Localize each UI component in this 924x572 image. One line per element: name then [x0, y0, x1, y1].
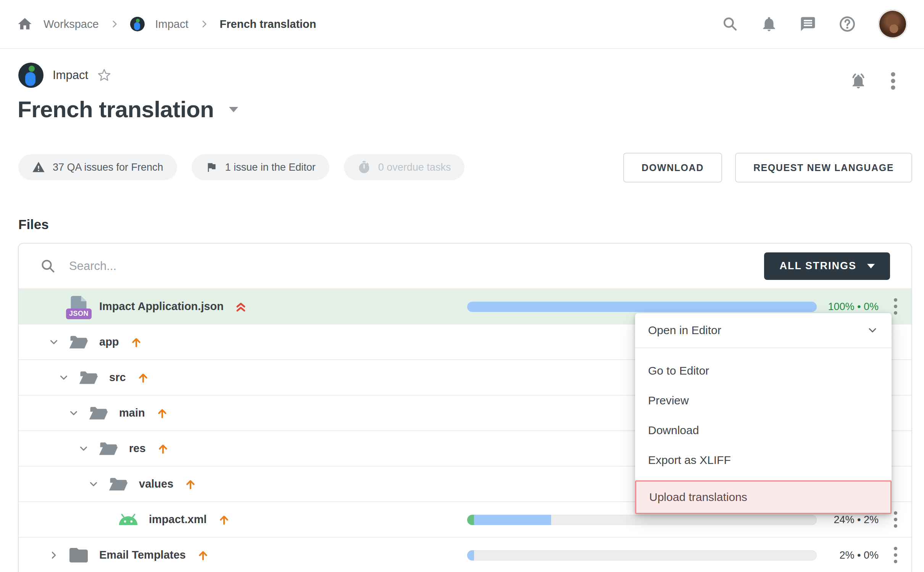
chevron-right-separator-icon: [110, 19, 119, 29]
warning-icon: [32, 161, 45, 174]
priority-high-icon: [218, 513, 231, 526]
status-chips: 37 QA issues for French 1 issue in the E…: [18, 154, 464, 180]
flag-icon: [205, 161, 218, 173]
chevron-down-icon: [866, 324, 879, 336]
menu-item-highlighted[interactable]: Upload translations: [635, 480, 892, 514]
strings-filter-button[interactable]: ALL STRINGS: [764, 252, 890, 280]
file-name: Email Templates: [99, 549, 186, 561]
chevron-down-icon[interactable]: [58, 372, 69, 383]
chevron-down-icon[interactable]: [78, 443, 89, 454]
breadcrumb-current: French translation: [220, 18, 316, 31]
request-new-language-button[interactable]: REQUEST NEW LANGUAGE: [735, 153, 912, 183]
page-title-row: French translation: [18, 96, 238, 123]
progress-stats: 2% • 0%: [791, 538, 879, 572]
chip-editor-issues[interactable]: 1 issue in the Editor: [192, 154, 329, 180]
chevron-down-icon: [867, 264, 875, 268]
page-title: French translation: [18, 96, 214, 123]
help-icon[interactable]: [839, 15, 856, 33]
stopwatch-icon: [358, 161, 371, 174]
chip-overdue-tasks: 0 overdue tasks: [344, 154, 465, 180]
progress-bar: [467, 515, 817, 525]
chip-qa-issues[interactable]: 37 QA issues for French: [18, 154, 177, 180]
chip-label: 37 QA issues for French: [53, 162, 163, 173]
expander-slot: [53, 372, 75, 383]
menu-item[interactable]: Export as XLIFF: [635, 445, 892, 475]
search-input[interactable]: [68, 259, 752, 273]
folder-closed-icon: [68, 548, 89, 563]
subscribe-bell-icon[interactable]: [849, 72, 868, 90]
star-icon[interactable]: [97, 68, 111, 82]
topbar: Workspace Impact French translation: [0, 0, 924, 49]
menu-item[interactable]: Go to Editor: [635, 356, 892, 386]
expander-slot: [43, 336, 65, 348]
project-name: Impact: [53, 68, 88, 82]
chevron-right-icon[interactable]: [48, 549, 60, 561]
context-menu-header[interactable]: Open in Editor: [635, 313, 892, 348]
user-avatar[interactable]: [878, 10, 907, 39]
android-file-icon: [118, 513, 139, 527]
files-heading: Files: [18, 217, 49, 232]
priority-high-icon: [156, 442, 169, 455]
project-avatar[interactable]: [18, 63, 44, 88]
progress-bar: [467, 302, 817, 312]
chip-label: 1 issue in the Editor: [225, 162, 316, 173]
progress-bar: [467, 550, 817, 561]
home-icon[interactable]: [17, 16, 33, 32]
search-icon: [40, 258, 56, 274]
folder-open-icon: [78, 369, 99, 386]
file-name: src: [109, 371, 126, 384]
expander-slot: [73, 443, 95, 454]
page: Workspace Impact French translation: [0, 0, 924, 572]
file-name: Impact Application.json: [99, 300, 224, 313]
chevron-down-icon[interactable]: [48, 336, 60, 348]
strings-filter-label: ALL STRINGS: [779, 260, 856, 272]
chevron-down-icon[interactable]: [88, 478, 99, 490]
folder-open-icon: [108, 476, 129, 493]
chevron-down-icon[interactable]: [68, 407, 79, 419]
files-search-row: ALL STRINGS: [19, 244, 911, 288]
header-buttons: DOWNLOAD REQUEST NEW LANGUAGE: [623, 153, 912, 183]
row-kebab-menu-button[interactable]: [888, 544, 903, 567]
download-button[interactable]: DOWNLOAD: [623, 153, 722, 183]
chip-label: 0 overdue tasks: [378, 162, 451, 173]
file-context-menu: Open in Editor Go to EditorPreviewDownlo…: [635, 313, 892, 514]
title-dropdown-caret-icon[interactable]: [229, 107, 238, 112]
priority-high-icon: [184, 478, 197, 491]
project-header: Impact: [18, 63, 111, 88]
breadcrumb: Workspace Impact French translation: [17, 16, 316, 32]
priority-high-icon: [197, 549, 210, 562]
file-name: impact.xml: [149, 513, 207, 526]
json-badge: JSON: [66, 309, 92, 319]
priority-highest-icon: [234, 300, 247, 313]
priority-high-icon: [137, 371, 150, 384]
menu-item[interactable]: Preview: [635, 386, 892, 415]
priority-high-icon: [130, 336, 143, 349]
menu-item[interactable]: Download: [635, 415, 892, 445]
file-name: app: [99, 336, 119, 348]
chevron-right-separator-icon: [199, 19, 209, 29]
notifications-icon[interactable]: [761, 16, 777, 32]
chat-icon[interactable]: [800, 16, 816, 32]
json-file-icon: JSON: [68, 296, 89, 318]
context-menu-items: Go to EditorPreviewDownloadExport as XLI…: [635, 348, 892, 514]
project-kebab-menu-icon[interactable]: [890, 71, 896, 91]
context-menu-header-label: Open in Editor: [648, 324, 721, 337]
breadcrumb-workspace[interactable]: Workspace: [44, 18, 99, 31]
folder-row[interactable]: Email Templates2% • 0%: [19, 537, 911, 572]
expander-slot: [43, 549, 65, 561]
project-actions: [849, 71, 896, 91]
expander-slot: [82, 478, 105, 490]
folder-open-icon: [98, 440, 119, 457]
folder-open-icon: [68, 334, 89, 351]
project-logo[interactable]: [130, 17, 145, 31]
folder-open-icon: [88, 405, 109, 422]
breadcrumb-project[interactable]: Impact: [155, 18, 189, 31]
topbar-actions: [722, 10, 907, 39]
file-name: main: [119, 407, 145, 419]
search-icon[interactable]: [722, 16, 739, 32]
file-name: res: [129, 442, 146, 455]
expander-slot: [63, 407, 85, 419]
file-name: values: [139, 478, 173, 490]
priority-high-icon: [156, 407, 169, 420]
